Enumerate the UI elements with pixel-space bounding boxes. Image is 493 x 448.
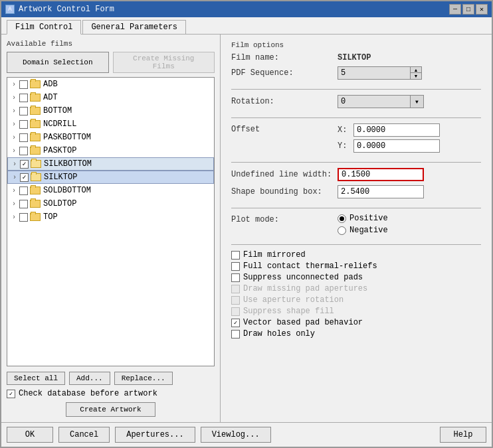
apertures-btn[interactable]: Apertures... xyxy=(115,427,195,443)
rotation-input[interactable] xyxy=(338,95,411,108)
close-btn[interactable]: ✕ xyxy=(476,4,488,15)
checkbox-thermal-reliefs[interactable] xyxy=(231,262,240,271)
tree-item-adb[interactable]: › ADB xyxy=(7,78,214,91)
available-films-label: Available films xyxy=(7,40,215,48)
label-aperture-rotation: Use aperture rotation xyxy=(243,295,344,305)
checkbox-paskbottom[interactable] xyxy=(19,133,28,142)
offset-x-input[interactable] xyxy=(353,123,440,137)
window-controls: ─ □ ✕ xyxy=(449,4,488,15)
plot-negative-radio[interactable] xyxy=(338,226,346,235)
option-aperture-rotation: Use aperture rotation xyxy=(231,295,481,305)
checkbox-film-mirrored[interactable] xyxy=(231,251,240,260)
checkbox-suppress-shape-fill xyxy=(231,307,240,316)
minimize-btn[interactable]: ─ xyxy=(449,4,461,15)
checkbox-aperture-rotation xyxy=(231,296,240,305)
checkbox-top[interactable] xyxy=(19,213,28,222)
checkbox-ncdrill[interactable] xyxy=(19,120,28,129)
folder-icon-silktop xyxy=(31,173,41,181)
expand-icon-silkbottom: › xyxy=(11,160,19,168)
select-add-replace-row: Select all Add... Replace... xyxy=(7,372,215,385)
tab-general-params[interactable]: General Parameters xyxy=(82,20,186,34)
expand-icon-adt: › xyxy=(10,94,18,102)
folder-icon-soldtop xyxy=(30,200,41,208)
undef-line-input[interactable] xyxy=(338,168,424,181)
tree-item-ncdrill[interactable]: › NCDRILL xyxy=(7,117,214,131)
main-window: A Artwork Control Form ─ □ ✕ Film Contro… xyxy=(0,0,493,448)
folder-icon-top xyxy=(30,213,41,221)
replace-btn[interactable]: Replace... xyxy=(114,372,173,385)
maximize-btn[interactable]: □ xyxy=(462,4,474,15)
check-db-label: Check database before artwork xyxy=(19,389,157,398)
ok-btn[interactable]: OK xyxy=(7,427,53,443)
film-toolbar: Domain Selection Create Missing Films xyxy=(7,52,215,73)
checkbox-bottom[interactable] xyxy=(19,107,28,115)
tree-label-top: TOP xyxy=(43,212,58,222)
checkbox-draw-holes[interactable] xyxy=(231,330,240,338)
tree-item-silkbottom[interactable]: › SILKBOTTOM xyxy=(7,157,214,171)
label-thermal-reliefs: Full contact thermal-reliefs xyxy=(243,261,377,271)
checkbox-silkbottom[interactable] xyxy=(20,160,29,169)
expand-icon-soldbottom: › xyxy=(10,187,18,194)
tree-item-pasktop[interactable]: › PASKTOP xyxy=(7,144,214,157)
options-section: Film mirrored Full contact thermal-relie… xyxy=(231,250,481,338)
create-artwork-row: Create Artwork xyxy=(7,402,215,417)
film-options-label: Film options xyxy=(231,41,481,49)
plot-positive-row: Positive xyxy=(338,214,388,223)
create-missing-btn[interactable]: Create Missing Films xyxy=(113,52,215,73)
checkbox-silktop[interactable] xyxy=(20,173,29,182)
tab-film-control[interactable]: Film Control xyxy=(7,20,81,35)
film-tree[interactable]: › ADB › ADT › BOTTOM xyxy=(7,77,215,366)
checkbox-suppress-unconnected[interactable] xyxy=(231,273,240,282)
checkbox-adb[interactable] xyxy=(19,80,28,89)
select-all-btn[interactable]: Select all xyxy=(7,372,65,385)
tree-item-silktop[interactable]: › SILKTOP xyxy=(7,171,214,184)
label-draw-missing-pads: Draw missing pad apertures xyxy=(243,284,367,293)
plot-positive-radio[interactable] xyxy=(338,214,346,223)
offset-y-label: Y: xyxy=(338,141,351,151)
pdf-seq-spinner: ▲ ▼ xyxy=(338,66,422,80)
folder-icon-ncdrill xyxy=(30,120,41,128)
help-btn[interactable]: Help xyxy=(440,427,486,443)
checkbox-pasktop[interactable] xyxy=(19,147,28,155)
tree-item-paskbottom[interactable]: › PASKBOTTOM xyxy=(7,131,214,144)
create-artwork-btn[interactable]: Create Artwork xyxy=(66,402,155,417)
rotation-dropdown-btn[interactable]: ▼ xyxy=(411,95,424,108)
pdf-seq-input[interactable] xyxy=(338,66,411,80)
checkbox-soldbottom[interactable] xyxy=(19,187,28,195)
tree-item-soldbottom[interactable]: › SOLDBOTTOM xyxy=(7,184,214,197)
tree-label-bottom: BOTTOM xyxy=(43,106,72,115)
bottom-bar: OK Cancel Apertures... Viewlog... Help xyxy=(1,422,492,447)
pdf-seq-up-btn[interactable]: ▲ xyxy=(411,67,421,73)
checkbox-adt[interactable] xyxy=(19,94,28,102)
folder-icon-bottom xyxy=(30,107,41,115)
content-area: Available films Domain Selection Create … xyxy=(1,35,492,422)
film-name-value: SILKTOP xyxy=(338,53,371,62)
shape-bbox-label: Shape bounding box: xyxy=(231,187,338,196)
cancel-btn[interactable]: Cancel xyxy=(58,427,110,443)
tree-item-bottom[interactable]: › BOTTOM xyxy=(7,104,214,117)
undef-line-label: Undefined line width: xyxy=(231,170,338,179)
expand-icon-pasktop: › xyxy=(10,147,18,155)
check-db-checkbox[interactable] xyxy=(7,390,15,398)
tree-label-adb: ADB xyxy=(43,80,58,89)
tree-item-top[interactable]: › TOP xyxy=(7,210,214,224)
film-name-label: Film name: xyxy=(231,53,338,62)
checkbox-soldtop[interactable] xyxy=(19,200,28,208)
checkbox-vector-pad[interactable] xyxy=(231,319,240,327)
folder-icon-silkbottom xyxy=(31,160,41,168)
title-bar: A Artwork Control Form ─ □ ✕ xyxy=(1,1,492,17)
shape-bbox-input[interactable] xyxy=(338,185,424,198)
plot-positive-label: Positive xyxy=(349,214,388,223)
folder-icon-adb xyxy=(30,80,41,88)
tree-item-adt[interactable]: › ADT xyxy=(7,91,214,104)
tree-label-silkbottom: SILKBOTTOM xyxy=(44,159,92,169)
domain-selection-btn[interactable]: Domain Selection xyxy=(7,52,109,73)
add-btn[interactable]: Add... xyxy=(69,372,110,385)
rotation-dropdown: ▼ xyxy=(338,95,424,108)
checkbox-draw-missing-pads xyxy=(231,285,240,293)
label-film-mirrored: Film mirrored xyxy=(243,250,306,260)
viewlog-btn[interactable]: Viewlog... xyxy=(201,427,271,443)
offset-y-input[interactable] xyxy=(353,139,440,153)
tree-item-soldtop[interactable]: › SOLDTOP xyxy=(7,197,214,210)
pdf-seq-down-btn[interactable]: ▼ xyxy=(411,73,421,79)
